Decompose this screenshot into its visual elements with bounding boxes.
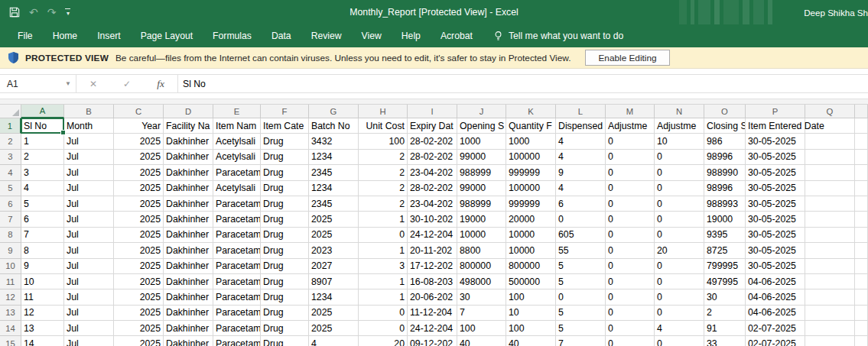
customize-qat-icon[interactable]: ▾	[65, 8, 70, 16]
cell-F1[interactable]: Item Cate	[261, 118, 309, 134]
cell-G14[interactable]: 2025	[309, 321, 359, 336]
cell-A7[interactable]: 6	[21, 212, 64, 227]
cell-L10[interactable]: 5	[556, 259, 606, 274]
cell-O3[interactable]: 98996	[704, 150, 746, 165]
cell-E4[interactable]: Paracetam	[213, 165, 261, 180]
cell-C9[interactable]: 2025	[114, 243, 164, 258]
row-header-15[interactable]: 15	[0, 336, 21, 346]
cell-H5[interactable]: 2	[359, 181, 408, 196]
cell-E5[interactable]: Acetylsali	[213, 181, 261, 196]
column-header-C[interactable]: C	[114, 105, 164, 118]
ribbon-tab-insert[interactable]: Insert	[87, 24, 130, 47]
ribbon-tab-formulas[interactable]: Formulas	[203, 24, 262, 47]
cell-L8[interactable]: 605	[556, 228, 606, 243]
cell-M1[interactable]: Adjustme	[606, 118, 655, 134]
cell-D11[interactable]: Dakhinher	[164, 274, 213, 289]
row-header-6[interactable]: 6	[0, 196, 21, 212]
cell-K11[interactable]: 500000	[506, 274, 556, 289]
cell-F9[interactable]: Drug	[261, 243, 309, 258]
cell-K3[interactable]: 100000	[506, 150, 556, 165]
cell-K13[interactable]: 10	[506, 306, 556, 321]
row-header-7[interactable]: 7	[0, 212, 21, 227]
cell-N12[interactable]: 0	[655, 289, 704, 305]
cell-Q9[interactable]	[805, 243, 855, 258]
cell-M11[interactable]: 0	[606, 274, 655, 289]
cell-E8[interactable]: Paracetam	[213, 228, 261, 243]
cell-A12[interactable]: 11	[21, 289, 64, 305]
cell-L9[interactable]: 55	[556, 243, 606, 258]
cell-C4[interactable]: 2025	[114, 165, 164, 180]
cell-H1[interactable]: Unit Cost	[359, 118, 408, 134]
cell-P13[interactable]: 04-06-2025	[746, 306, 805, 321]
cell-B11[interactable]: Jul	[64, 274, 114, 289]
cell-P4[interactable]: 30-05-2025	[746, 165, 805, 180]
cell-I7[interactable]: 30-10-202	[408, 212, 457, 227]
cell-P1[interactable]: Item Entered Date	[746, 118, 805, 134]
name-box-dropdown-icon[interactable]: ▼	[65, 80, 76, 87]
cell-O5[interactable]: 98996	[704, 181, 746, 196]
cell-I8[interactable]: 24-12-204	[408, 228, 457, 243]
cell-Q2[interactable]	[805, 134, 855, 149]
cell-P5[interactable]: 30-05-2025	[746, 181, 805, 196]
cell-L5[interactable]: 4	[556, 181, 606, 196]
cell-L13[interactable]: 5	[556, 306, 606, 321]
cell-I14[interactable]: 24-12-204	[408, 321, 457, 336]
cell-I13[interactable]: 11-12-204	[408, 306, 457, 321]
cell-K5[interactable]: 100000	[506, 181, 556, 196]
cell-D12[interactable]: Dakhinher	[164, 289, 213, 305]
cell-O4[interactable]: 988990	[704, 165, 746, 180]
cell-J13[interactable]: 7	[457, 306, 506, 321]
cell-F2[interactable]: Drug	[261, 134, 309, 149]
cell-G5[interactable]: 1234	[309, 181, 359, 196]
cell-D14[interactable]: Dakhinher	[164, 321, 213, 336]
cell-H9[interactable]: 1	[359, 243, 408, 258]
column-header-G[interactable]: G	[309, 105, 359, 118]
cell-A14[interactable]: 13	[21, 321, 64, 336]
cell-D5[interactable]: Dakhinher	[164, 181, 213, 196]
cell-H6[interactable]: 2	[359, 196, 408, 212]
row-header-1[interactable]: 1	[0, 118, 21, 134]
cell-E14[interactable]: Paracetam	[213, 321, 261, 336]
cell-F15[interactable]: Drug	[261, 336, 309, 346]
cell-G9[interactable]: 2023	[309, 243, 359, 258]
column-header-B[interactable]: B	[64, 105, 114, 118]
cell-I6[interactable]: 23-04-202	[408, 196, 457, 212]
cell-C12[interactable]: 2025	[114, 289, 164, 305]
cell-A2[interactable]: 1	[21, 134, 64, 149]
cell-H10[interactable]: 3	[359, 259, 408, 274]
cell-A11[interactable]: 10	[21, 274, 64, 289]
cell-K6[interactable]: 999999	[506, 196, 556, 212]
cell-L12[interactable]: 0	[556, 289, 606, 305]
cell-F11[interactable]: Drug	[261, 274, 309, 289]
cell-B5[interactable]: Jul	[64, 181, 114, 196]
save-icon[interactable]	[9, 7, 20, 18]
cell-I2[interactable]: 28-02-202	[408, 134, 457, 149]
select-all-corner[interactable]	[0, 105, 21, 118]
cell-J5[interactable]: 99000	[457, 181, 506, 196]
column-header-D[interactable]: D	[164, 105, 213, 118]
cell-B13[interactable]: Jul	[64, 306, 114, 321]
column-header-H[interactable]: H	[359, 105, 408, 118]
cell-M3[interactable]: 0	[606, 150, 655, 165]
cell-D7[interactable]: Dakhinher	[164, 212, 213, 227]
cell-F5[interactable]: Drug	[261, 181, 309, 196]
cell-M8[interactable]: 0	[606, 228, 655, 243]
cell-E15[interactable]: Paracetam	[213, 336, 261, 346]
cell-M15[interactable]: 0	[606, 336, 655, 346]
cell-P11[interactable]: 04-06-2025	[746, 274, 805, 289]
cell-F3[interactable]: Drug	[261, 150, 309, 165]
ribbon-tab-file[interactable]: File	[8, 24, 43, 47]
cell-H3[interactable]: 2	[359, 150, 408, 165]
cell-A4[interactable]: 3	[21, 165, 64, 180]
cell-L1[interactable]: Dispensed	[556, 118, 606, 134]
cell-F8[interactable]: Drug	[261, 228, 309, 243]
cell-N9[interactable]: 20	[655, 243, 704, 258]
cell-B7[interactable]: Jul	[64, 212, 114, 227]
cell-B14[interactable]: Jul	[64, 321, 114, 336]
cell-H2[interactable]: 100	[359, 134, 408, 149]
cell-H7[interactable]: 1	[359, 212, 408, 227]
cell-B9[interactable]: Jul	[64, 243, 114, 258]
insert-function-icon[interactable]: fx	[144, 78, 177, 90]
cell-I10[interactable]: 17-12-202	[408, 259, 457, 274]
cell-M13[interactable]: 0	[606, 306, 655, 321]
